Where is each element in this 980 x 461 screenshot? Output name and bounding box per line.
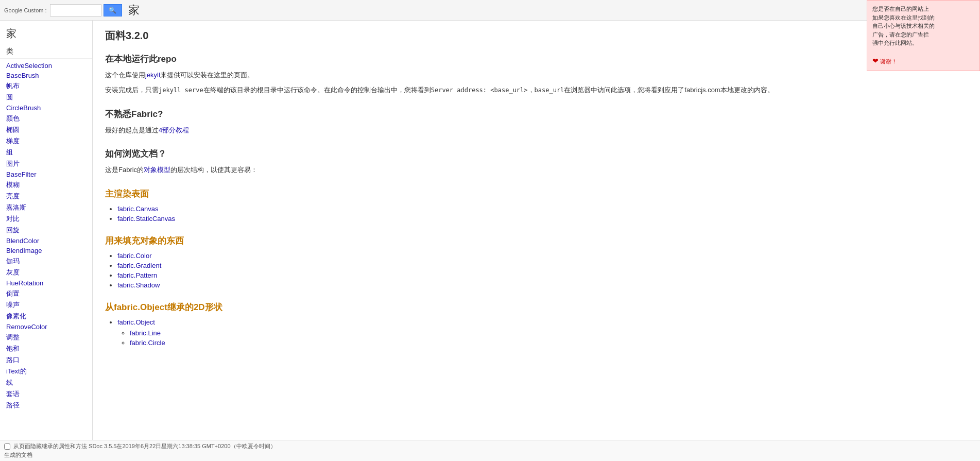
list-item: fabric.Circle [130, 339, 968, 347]
unfamiliar-heading: 不熟悉Fabric? [105, 108, 968, 120]
list-item: fabric.Object fabric.Line fabric.Circle [117, 318, 968, 347]
search-icon: 🔍 [109, 7, 116, 14]
hide-inherited-label: 从页面隐藏继承的属性和方法 SDoc 3.5.5在2019年6月22日星期六13… [13, 442, 276, 450]
list-item: fabric.Shadow [117, 281, 968, 289]
jekyll-link[interactable]: jekyll [145, 71, 160, 79]
browse-para1: 这是Fabric的对象模型的层次结构，以使其更容易： [105, 165, 968, 176]
sidebar-category-label: 类 [0, 45, 92, 59]
fabric-shadow-link[interactable]: fabric.Shadow [117, 281, 160, 289]
rendering-list: fabric.Canvas fabric.StaticCanvas [105, 205, 968, 223]
rendering-heading: 主渲染表面 [105, 188, 968, 200]
sidebar: 家 类 ActiveSelectionBaseBrush帆布圆CircleBru… [0, 21, 93, 440]
sidebar-link[interactable]: 灰度 [0, 267, 92, 278]
heart-icon: ❤ [872, 57, 879, 65]
main-title: 面料3.2.0 [105, 29, 968, 43]
content-area: 面料3.2.0 在本地运行此repo 这个仓库使用jekyll来提供可以安装在这… [93, 21, 980, 440]
run-repo-heading: 在本地运行此repo [105, 53, 968, 65]
sidebar-link[interactable]: 路径 [0, 400, 92, 411]
sidebar-link[interactable]: 颜色 [0, 113, 92, 124]
shapes-sublist: fabric.Line fabric.Circle [117, 329, 968, 347]
thanks-link[interactable]: 谢谢！ [880, 58, 897, 64]
fabric-pattern-link[interactable]: fabric.Pattern [117, 271, 157, 279]
shapes-list: fabric.Object fabric.Line fabric.Circle [105, 318, 968, 347]
main-container: 家 类 ActiveSelectionBaseBrush帆布圆CircleBru… [0, 21, 980, 440]
search-form[interactable]: Google Custom : 🔍 [4, 4, 122, 16]
sidebar-link[interactable]: 亮度 [0, 191, 92, 202]
ad-line2: 如果您喜欢在这里找到的 [872, 13, 974, 22]
ad-line5: 强中允行此网站。 [872, 39, 974, 47]
sidebar-link[interactable]: 嘉洛斯 [0, 202, 92, 213]
search-input[interactable] [50, 4, 101, 16]
run-repo-para2: 安装完成后，只需jekyll serve在终端的该目录的根目录中运行该命令。在此… [105, 85, 968, 96]
generated-label: 生成的文档 [4, 451, 976, 459]
object-model-link[interactable]: 对象模型 [144, 166, 170, 174]
list-item: fabric.Canvas [117, 205, 968, 213]
sidebar-link[interactable]: 圆 [0, 92, 92, 103]
sidebar-link[interactable]: 像素化 [0, 311, 92, 322]
search-button[interactable]: 🔍 [104, 4, 122, 16]
list-item: fabric.Line [130, 329, 968, 337]
sidebar-link[interactable]: 路口 [0, 354, 92, 366]
fabric-circle-link[interactable]: fabric.Circle [130, 339, 165, 347]
sidebar-link[interactable]: 帆布 [0, 80, 92, 92]
list-item: fabric.Gradient [117, 262, 968, 269]
shapes-heading: 从fabric.Object继承的2D形状 [105, 301, 968, 313]
browse-heading: 如何浏览文档？ [105, 148, 968, 160]
sidebar-link[interactable]: BaseBrush [0, 71, 92, 80]
hide-inherited-checkbox[interactable] [4, 443, 10, 450]
bottombar-row1: 从页面隐藏继承的属性和方法 SDoc 3.5.5在2019年6月22日星期六13… [4, 442, 976, 450]
list-item: fabric.StaticCanvas [117, 215, 968, 223]
section-run-repo: 在本地运行此repo 这个仓库使用jekyll来提供可以安装在这里的页面。 安装… [105, 53, 968, 96]
sidebar-link[interactable]: 线 [0, 377, 92, 388]
sidebar-link[interactable]: 倒置 [0, 288, 92, 299]
fabric-canvas-link[interactable]: fabric.Canvas [117, 205, 158, 213]
sidebar-link[interactable]: 模糊 [0, 179, 92, 191]
sidebar-link[interactable]: 椭圆 [0, 124, 92, 135]
ad-line4: 广告，请在您的广告拦 [872, 30, 974, 39]
fabric-color-link[interactable]: fabric.Color [117, 252, 151, 260]
sidebar-link[interactable]: ActiveSelection [0, 61, 92, 71]
fill-heading: 用来填充对象的东西 [105, 235, 968, 247]
sidebar-link[interactable]: BaseFilter [0, 169, 92, 179]
sidebar-link[interactable]: 伽玛 [0, 255, 92, 267]
list-item: fabric.Color [117, 252, 968, 260]
fabric-staticcanvas-link[interactable]: fabric.StaticCanvas [117, 215, 175, 223]
sidebar-link[interactable]: RemoveColor [0, 322, 92, 332]
sidebar-link[interactable]: CircleBrush [0, 103, 92, 113]
sidebar-link[interactable]: BlendImage [0, 246, 92, 255]
bottombar: 从页面隐藏继承的属性和方法 SDoc 3.5.5在2019年6月22日星期六13… [0, 440, 980, 461]
google-logo: Google Custom : [4, 7, 47, 13]
section-shapes: 从fabric.Object继承的2D形状 fabric.Object fabr… [105, 301, 968, 347]
sidebar-link[interactable]: 饱和 [0, 343, 92, 354]
sidebar-link[interactable]: 组 [0, 147, 92, 158]
sidebar-link[interactable]: 梯度 [0, 135, 92, 147]
sidebar-link[interactable]: iText的 [0, 366, 92, 377]
section-unfamiliar: 不熟悉Fabric? 最好的起点是通过4部分教程 [105, 108, 968, 136]
section-fill: 用来填充对象的东西 fabric.Color fabric.Gradient f… [105, 235, 968, 289]
sidebar-links: ActiveSelectionBaseBrush帆布圆CircleBrush颜色… [0, 61, 92, 411]
fabric-line-link[interactable]: fabric.Line [130, 329, 161, 337]
tutorial-link[interactable]: 4部分教程 [159, 126, 189, 134]
fabric-object-link[interactable]: fabric.Object [117, 318, 155, 326]
ad-line3: 自己小心与该技术相关的 [872, 22, 974, 30]
sidebar-link[interactable]: 噪声 [0, 299, 92, 311]
fill-list: fabric.Color fabric.Gradient fabric.Patt… [105, 252, 968, 289]
unfamiliar-para1: 最好的起点是通过4部分教程 [105, 125, 968, 136]
sidebar-link[interactable]: 回旋 [0, 225, 92, 236]
run-repo-para1: 这个仓库使用jekyll来提供可以安装在这里的页面。 [105, 70, 968, 81]
topbar: Google Custom : 🔍 家 [0, 0, 980, 21]
sidebar-home-label: 家 [0, 25, 92, 45]
sidebar-link[interactable]: 对比 [0, 213, 92, 225]
section-rendering: 主渲染表面 fabric.Canvas fabric.StaticCanvas [105, 188, 968, 223]
sidebar-link[interactable]: 套语 [0, 388, 92, 400]
ad-line1: 您是否在自己的网站上 [872, 5, 974, 13]
list-item: fabric.Pattern [117, 271, 968, 279]
page-title-top: 家 [128, 3, 140, 18]
fabric-gradient-link[interactable]: fabric.Gradient [117, 262, 161, 269]
ad-overlay: 您是否在自己的网站上 如果您喜欢在这里找到的 自己小心与该技术相关的 广告，请在… [867, 0, 980, 71]
section-browse: 如何浏览文档？ 这是Fabric的对象模型的层次结构，以使其更容易： [105, 148, 968, 176]
sidebar-link[interactable]: HueRotation [0, 278, 92, 288]
sidebar-link[interactable]: 图片 [0, 158, 92, 169]
sidebar-link[interactable]: BlendColor [0, 236, 92, 246]
sidebar-link[interactable]: 调整 [0, 332, 92, 343]
